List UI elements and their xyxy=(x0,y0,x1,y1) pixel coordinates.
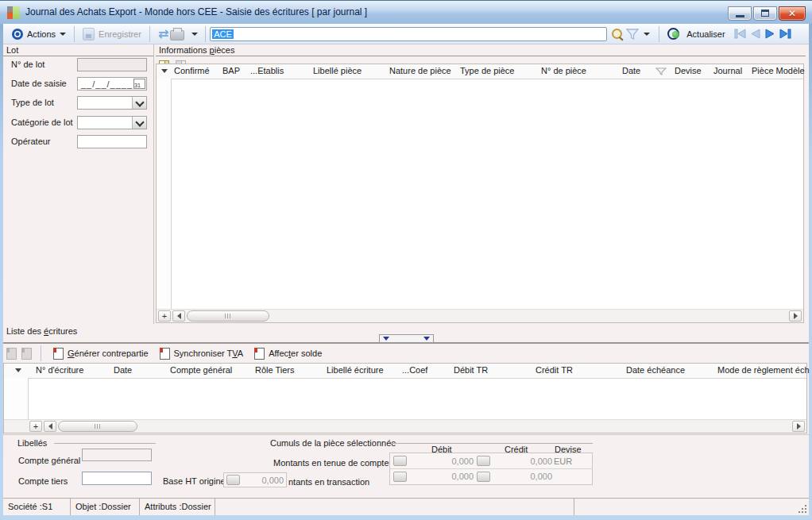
col-role-tiers[interactable]: Rôle Tiers xyxy=(255,365,295,375)
filter-caret-icon[interactable] xyxy=(644,33,650,36)
col-libelle-piece[interactable]: Libellé pièce xyxy=(313,66,362,75)
entry-date-field[interactable]: __/__/____ 31 xyxy=(77,77,147,91)
montants-transaction-label: ntants en transaction xyxy=(288,477,369,487)
last-record-button[interactable] xyxy=(779,29,791,39)
actualiser-button[interactable]: Actualiser xyxy=(663,26,729,41)
close-button[interactable]: ✕ xyxy=(779,6,806,21)
scroll-left-button[interactable] xyxy=(44,421,56,432)
col-coef[interactable]: ...Coef xyxy=(402,365,427,375)
top-section: Lot N° de lot Date de saisie __/__/____ … xyxy=(3,44,809,324)
previous-record-button[interactable] xyxy=(751,29,760,39)
col-date[interactable]: Date xyxy=(622,66,640,75)
minimize-icon xyxy=(736,15,744,17)
first-record-button[interactable] xyxy=(734,29,746,39)
col-bap[interactable]: BAP xyxy=(222,66,240,75)
status-attributs: Attributs :Dossier xyxy=(140,499,215,515)
add-row-button[interactable]: + xyxy=(158,310,171,322)
col-etablis[interactable]: ...Etablis xyxy=(250,66,284,75)
main-toolbar: Actions Enregistrer ⇄ ACE Actualiser xyxy=(3,24,809,44)
lot-type-select[interactable] xyxy=(77,96,147,110)
print-button[interactable] xyxy=(169,26,188,42)
cumuls-group-title: Cumuls de la pièce sélectionnée xyxy=(270,438,396,448)
save-button[interactable]: Enregistrer xyxy=(79,26,145,42)
next-record-button[interactable] xyxy=(765,29,775,39)
col-type-piece[interactable]: Type de pièce xyxy=(460,66,515,75)
compte-general-label: Compte général xyxy=(18,456,80,465)
credit-value: 0,000 xyxy=(490,472,552,481)
lot-type-label: Type de lot xyxy=(11,98,54,107)
cumul-row-transaction: 0,000 0,000 xyxy=(390,468,592,483)
debit-detail-button[interactable] xyxy=(393,456,407,466)
cumul-row-tenue: 0,000 0,000 EUR xyxy=(390,453,592,468)
actions-button[interactable]: Actions xyxy=(8,27,70,41)
application-window: Journal des Achats Export - Monde hors C… xyxy=(0,0,812,520)
operator-field[interactable] xyxy=(77,135,147,148)
maximize-button[interactable] xyxy=(753,6,777,21)
debit-detail-button[interactable] xyxy=(393,472,407,482)
pieces-hscrollbar: + xyxy=(157,309,803,322)
title-bar: Journal des Achats Export - Monde hors C… xyxy=(0,0,812,24)
add-row-button[interactable]: + xyxy=(29,421,42,432)
lot-category-select[interactable] xyxy=(77,116,147,129)
base-ht-group: 0,000 xyxy=(223,472,287,487)
col-confirme[interactable]: Confirmé xyxy=(174,66,210,75)
sort-funnel-icon[interactable] xyxy=(655,67,667,77)
footer-panel: Libellés Compte général Compte tiers Bas… xyxy=(3,434,809,498)
col-date-echeance[interactable]: Date échéance xyxy=(626,365,685,375)
col-date[interactable]: Date xyxy=(114,365,132,375)
col-mode-reglement[interactable]: Mode de règlement éch xyxy=(717,365,810,375)
ecritures-table-header: N° d'écriture Date Compte général Rôle T… xyxy=(4,364,806,379)
col-nature-piece[interactable]: Nature de pièce xyxy=(389,66,451,75)
scroll-right-button[interactable] xyxy=(792,421,805,432)
devise-value: EUR xyxy=(552,456,589,466)
print-options-caret-icon[interactable] xyxy=(191,33,198,36)
search-icon[interactable] xyxy=(612,29,622,39)
calendar-icon[interactable]: 31 xyxy=(133,79,145,89)
splitter-handle[interactable] xyxy=(379,334,434,343)
refresh-button[interactable]: ⇄ xyxy=(154,27,169,41)
status-bar: Société :S1 Objet :Dossier Attributs :Do… xyxy=(3,498,809,515)
row-selector-icon[interactable] xyxy=(15,368,21,372)
col-credit-tr[interactable]: Crédit TR xyxy=(536,365,573,375)
status-empty-panel xyxy=(215,499,574,515)
app-icon xyxy=(7,6,20,19)
col-compte-general[interactable]: Compte général xyxy=(170,365,232,375)
search-input[interactable]: ACE xyxy=(210,27,607,41)
minimize-button[interactable] xyxy=(728,6,752,21)
col-libelle-ecriture[interactable]: Libellé écriture xyxy=(327,365,384,375)
col-piece-modele[interactable]: Pièce Modèle xyxy=(752,66,805,75)
scroll-left-button[interactable] xyxy=(172,310,185,322)
toolbar-separator xyxy=(149,26,150,42)
lot-category-dropdown-button[interactable] xyxy=(132,117,146,129)
ecritures-table: N° d'écriture Date Compte général Rôle T… xyxy=(3,363,807,433)
scroll-thumb[interactable] xyxy=(58,421,137,432)
lot-number-field[interactable] xyxy=(77,58,147,71)
generer-contrepartie-label: Générer contrepartie xyxy=(68,349,149,358)
scroll-right-button[interactable] xyxy=(789,310,802,322)
lot-type-dropdown-button[interactable] xyxy=(132,97,146,109)
credit-detail-button[interactable] xyxy=(477,456,490,466)
compte-tiers-field[interactable] xyxy=(82,472,152,485)
resize-grip[interactable] xyxy=(798,504,807,514)
scroll-thumb[interactable] xyxy=(187,310,269,322)
new-entry-icon[interactable] xyxy=(6,348,17,360)
generer-contrepartie-button[interactable]: Générer contrepartie xyxy=(50,347,152,360)
pieces-section-title: Informations pièces xyxy=(156,44,806,56)
col-devise[interactable]: Devise xyxy=(675,66,702,75)
credit-detail-button[interactable] xyxy=(477,472,490,482)
maximize-icon xyxy=(761,10,769,17)
compte-general-field[interactable] xyxy=(82,449,152,461)
affecter-solde-button[interactable]: Affecter solde xyxy=(251,347,325,360)
splitter-arrow-icon xyxy=(383,337,389,341)
base-ht-button[interactable] xyxy=(226,475,240,485)
lot-panel: Lot N° de lot Date de saisie __/__/____ … xyxy=(3,44,154,324)
row-selector-icon[interactable] xyxy=(161,69,168,73)
col-num-ecriture[interactable]: N° d'écriture xyxy=(36,365,83,375)
synchroniser-tva-button[interactable]: Synchroniser TVA xyxy=(157,347,247,360)
toolbar-separator xyxy=(205,26,206,42)
filter-icon[interactable] xyxy=(626,29,639,40)
delete-entry-icon[interactable] xyxy=(21,348,32,360)
col-journal[interactable]: Journal xyxy=(713,66,742,75)
col-debit-tr[interactable]: Débit TR xyxy=(454,365,488,375)
col-num-piece[interactable]: N° de pièce xyxy=(541,66,586,75)
